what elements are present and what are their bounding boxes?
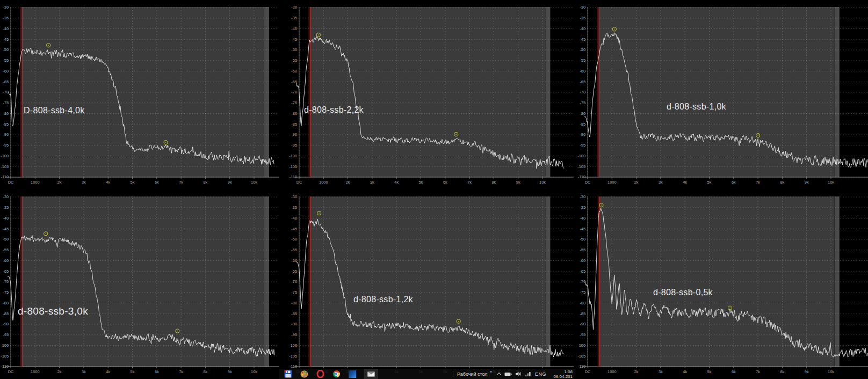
svg-text:8k: 8k [203,369,207,374]
svg-text:-70: -70 [291,279,297,284]
spectrum-plot: -30-35-40-45-50-55-60-65-70-75-80-85-90-… [279,190,574,379]
svg-text:-95: -95 [3,332,9,337]
svg-text:2k: 2k [57,369,62,374]
svg-text:-65: -65 [580,269,585,274]
taskbar-clock[interactable]: 1:08 09.04.201 [550,369,573,379]
hidden-icons-chevron-icon[interactable] [497,372,501,376]
svg-text:-60: -60 [3,258,9,263]
svg-text:3k: 3k [82,180,86,185]
svg-text:-80: -80 [580,301,585,305]
language-indicator[interactable]: ENG [535,371,546,377]
mail-app-icon[interactable] [364,369,378,379]
svg-text:-110: -110 [578,364,585,369]
svg-text:-50: -50 [3,47,9,52]
svg-text:-85: -85 [291,122,297,127]
palette-app-icon[interactable] [300,370,308,378]
chrome-browser-icon[interactable] [332,370,341,378]
tray-separator [453,371,453,377]
svg-text:DC: DC [296,180,302,185]
spectrum-panel-ssb-2-2k: -30-35-40-45-50-55-60-65-70-75-80-85-90-… [279,0,574,190]
svg-text:6k: 6k [443,180,447,185]
svg-text:10k: 10k [539,180,546,185]
svg-text:7k: 7k [756,180,760,185]
spectrum-panel-ssb-1-2k: -30-35-40-45-50-55-60-65-70-75-80-85-90-… [279,190,574,379]
svg-text:9k: 9k [228,180,232,185]
svg-text:5k: 5k [707,369,712,374]
svg-text:8k: 8k [780,369,784,374]
spectrum-plot: -30-35-40-45-50-55-60-65-70-75-80-85-90-… [574,190,868,379]
taskbar-app-icons [284,369,378,379]
svg-text:-90: -90 [580,322,585,326]
svg-text:-75: -75 [580,290,585,295]
svg-text:-30: -30 [580,194,585,199]
svg-text:4k: 4k [106,180,110,185]
svg-text:-80: -80 [3,111,9,116]
svg-text:10k: 10k [251,180,257,185]
svg-text:-90: -90 [3,322,9,326]
network-signal-icon[interactable] [525,371,531,376]
svg-text:10k: 10k [828,369,834,374]
svg-text:-75: -75 [3,290,9,295]
svg-text:-80: -80 [3,301,9,305]
svg-text:-85: -85 [580,122,585,127]
svg-text:-45: -45 [3,37,9,42]
svg-text:-105: -105 [289,354,297,359]
svg-text:-100: -100 [1,154,9,158]
svg-text:5k: 5k [707,180,712,185]
svg-text:6k: 6k [732,180,736,185]
svg-text:6k: 6k [732,369,736,374]
svg-text:-80: -80 [580,111,585,116]
svg-text:-50: -50 [580,47,585,52]
svg-text:-60: -60 [291,258,297,263]
svg-text:-110: -110 [1,174,9,179]
svg-text:-90: -90 [580,132,585,137]
svg-text:-65: -65 [291,79,297,84]
toolbar-overflow-icon[interactable]: » [490,369,492,374]
speaker-icon[interactable] [516,371,522,376]
svg-text:-100: -100 [577,154,585,158]
spectrum-plot: -30-35-40-45-50-55-60-65-70-75-80-85-90-… [0,190,279,379]
svg-text:-30: -30 [580,5,585,10]
svg-text:DC: DC [585,369,591,374]
svg-text:-70: -70 [580,90,585,94]
svg-text:-70: -70 [3,90,9,94]
svg-text:-110: -110 [290,174,297,179]
chart-title: d-808-ssb-1,2k [353,295,413,304]
opera-browser-icon[interactable] [316,370,324,378]
chart-title: D-808-ssb-4,0k [24,106,85,115]
svg-text:6k: 6k [155,369,159,374]
svg-text:9k: 9k [228,369,232,374]
svg-text:DC: DC [585,180,591,185]
svg-text:3k: 3k [370,180,374,185]
svg-text:5k: 5k [131,180,135,185]
clock-date: 09.04.201 [550,374,573,379]
svg-text:-55: -55 [291,58,297,63]
svg-text:-85: -85 [3,311,9,316]
svg-text:8k: 8k [491,180,496,185]
movies-tv-app-icon[interactable] [348,370,357,378]
svg-text:-105: -105 [577,164,585,169]
svg-text:3k: 3k [82,369,86,374]
svg-text:1000: 1000 [31,369,39,374]
svg-text:-60: -60 [580,69,585,74]
svg-text:-40: -40 [291,216,297,221]
floppy-disk-app-icon[interactable] [284,370,292,378]
svg-text:-55: -55 [3,247,9,252]
svg-text:4k: 4k [683,369,687,374]
svg-text:-100: -100 [289,343,297,348]
svg-text:-85: -85 [580,311,585,316]
svg-text:7k: 7k [756,369,760,374]
svg-text:7k: 7k [179,369,183,374]
battery-icon[interactable] [504,372,512,376]
svg-text:-65: -65 [3,269,9,274]
svg-text:4k: 4k [683,180,687,185]
svg-text:-40: -40 [3,26,9,31]
svg-text:8k: 8k [203,180,207,185]
svg-text:-55: -55 [580,247,585,252]
spectrum-plot: -30-35-40-45-50-55-60-65-70-75-80-85-90-… [574,0,868,190]
svg-text:-55: -55 [580,58,585,63]
desktop-toolbar-label[interactable]: Рабочий стол [457,371,488,377]
svg-text:-35: -35 [580,205,585,210]
svg-text:-110: -110 [578,174,585,179]
svg-text:-40: -40 [3,216,9,221]
